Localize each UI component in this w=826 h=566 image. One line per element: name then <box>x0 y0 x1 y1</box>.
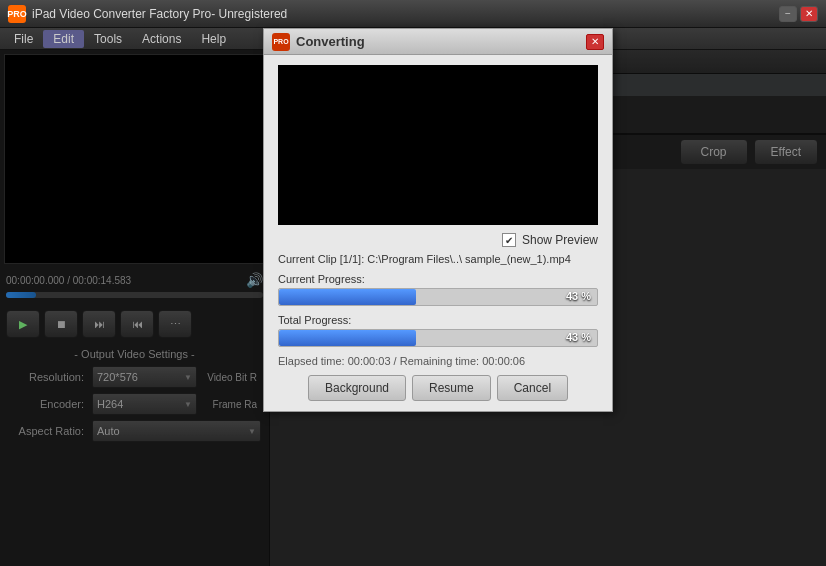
menu-help[interactable]: Help <box>191 30 236 48</box>
modal-title: Converting <box>296 34 586 49</box>
modal-buttons: Background Resume Cancel <box>278 375 598 401</box>
modal-app-icon: PRO <box>272 33 290 51</box>
background-button[interactable]: Background <box>308 375 406 401</box>
modal-preview <box>278 65 598 225</box>
total-progress-bar: 43 % <box>278 329 598 347</box>
window-title: iPad Video Converter Factory Pro- Unregi… <box>32 7 779 21</box>
show-preview-label: Show Preview <box>522 233 598 247</box>
show-preview-row: ✔ Show Preview <box>278 233 598 247</box>
window-controls: − ✕ <box>779 6 818 22</box>
modal-close-button[interactable]: ✕ <box>586 34 604 50</box>
current-progress-label: Current Progress: <box>278 273 598 285</box>
resume-button[interactable]: Resume <box>412 375 491 401</box>
menu-tools[interactable]: Tools <box>84 30 132 48</box>
current-progress-text: 43 % <box>566 290 591 302</box>
current-progress-bar: 43 % <box>278 288 598 306</box>
elapsed-time: Elapsed time: 00:00:03 / Remaining time:… <box>278 355 598 367</box>
menu-edit[interactable]: Edit <box>43 30 84 48</box>
cancel-button[interactable]: Cancel <box>497 375 568 401</box>
total-progress-section: Total Progress: 43 % <box>278 314 598 347</box>
close-button[interactable]: ✕ <box>800 6 818 22</box>
show-preview-checkbox[interactable]: ✔ <box>502 233 516 247</box>
title-bar: PRO iPad Video Converter Factory Pro- Un… <box>0 0 826 28</box>
current-clip: Current Clip [1/1]: C:\Program Files\..\… <box>278 253 598 265</box>
total-progress-label: Total Progress: <box>278 314 598 326</box>
converting-modal: PRO Converting ✕ ✔ Show Preview Current … <box>263 28 613 412</box>
total-progress-text: 43 % <box>566 331 591 343</box>
current-progress-section: Current Progress: 43 % <box>278 273 598 306</box>
modal-title-bar: PRO Converting ✕ <box>264 29 612 55</box>
minimize-button[interactable]: − <box>779 6 797 22</box>
total-progress-fill <box>279 330 416 346</box>
current-progress-fill <box>279 289 416 305</box>
modal-body: ✔ Show Preview Current Clip [1/1]: C:\Pr… <box>264 55 612 411</box>
menu-actions[interactable]: Actions <box>132 30 191 48</box>
menu-file[interactable]: File <box>4 30 43 48</box>
app-icon: PRO <box>8 5 26 23</box>
